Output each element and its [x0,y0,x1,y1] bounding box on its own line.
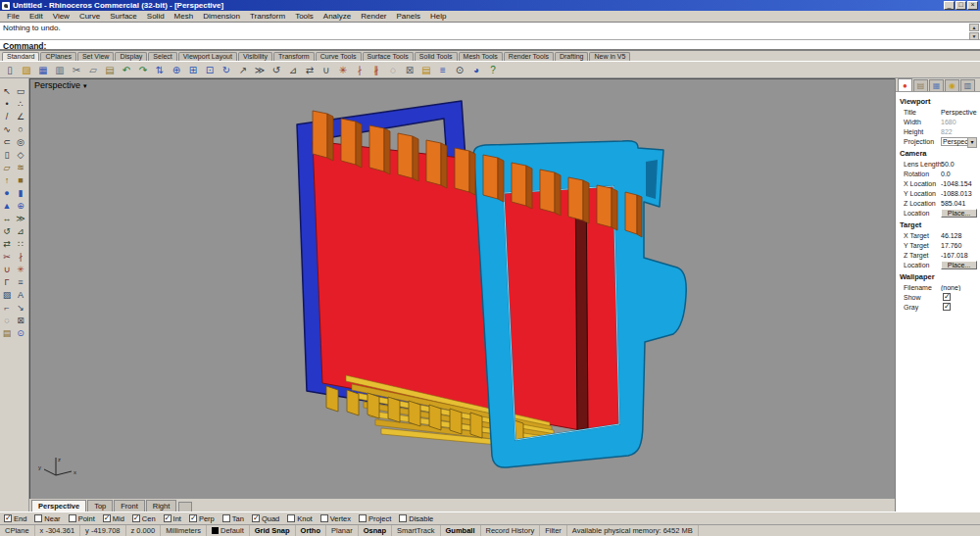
toolbar-tab[interactable]: Curve Tools [316,52,362,61]
osnap-toggle[interactable]: Point [69,514,95,523]
status-segment[interactable]: Osnap [359,525,392,536]
viewport-tab[interactable]: Right [146,500,177,512]
menu-item[interactable]: Surface [105,12,142,21]
property-value[interactable]: 50.0 [941,161,977,168]
print-icon[interactable]: ▥ [52,63,68,77]
close-button[interactable] [967,1,978,10]
osnap-checkbox[interactable] [69,514,76,522]
save-file-icon[interactable]: ▦ [35,63,51,77]
toolbar-tab[interactable]: CPlanes [40,52,75,61]
osnap-checkbox[interactable] [399,514,407,522]
tab-properties[interactable]: ● [898,78,912,91]
osnap-toggle[interactable]: Knot [287,514,312,523]
property-value[interactable]: Perspective [941,109,977,116]
osnap-checkbox[interactable] [103,514,111,522]
toolbar-tab[interactable]: New in V5 [589,52,630,61]
status-segment[interactable]: x -304.361 [35,525,80,536]
paste-icon[interactable]: ▤ [102,63,118,77]
status-segment[interactable]: SmartTrack [392,525,440,536]
menu-item[interactable]: Render [356,12,391,21]
property-value[interactable]: -1088.013 [941,190,977,197]
cut-icon[interactable]: ✂ [69,63,84,77]
property-value[interactable]: -1048.154 [941,180,977,187]
property-value[interactable]: 585.041 [941,200,977,207]
property-value[interactable]: 46.128 [941,232,977,239]
command-history[interactable]: Nothing to undo. [0,22,980,40]
property-value[interactable]: Perspect... [941,137,977,146]
status-segment[interactable]: Gumball [441,525,481,536]
osnap-toggle[interactable]: Cen [132,514,156,523]
viewport-tab[interactable]: Perspective [31,500,86,512]
status-segment[interactable]: Default [207,525,250,536]
property-value[interactable]: 0.0 [941,171,977,177]
toolbar-tab[interactable]: Standard [2,52,39,61]
tab-lights[interactable]: ◉ [945,79,959,91]
menu-item[interactable]: Dimension [198,12,245,21]
menu-item[interactable]: Tools [290,12,318,21]
toolbar-tab[interactable]: Visibility [238,52,272,61]
menu-item[interactable]: Curve [74,12,105,21]
array-icon[interactable]: ∷ [14,237,27,250]
explode-icon[interactable]: ✳ [14,263,27,275]
lock-icon[interactable]: ⊠ [402,63,417,77]
move-icon[interactable]: ↔ [0,212,14,224]
viewport-title[interactable]: Perspective [34,80,87,90]
toolbar-tab[interactable]: Render Tools [504,52,554,61]
cylinder-icon[interactable]: ▮ [14,186,27,199]
menu-item[interactable]: File [2,12,24,21]
hide-icon[interactable]: ◌ [385,63,401,77]
polygon-icon[interactable]: ◇ [14,148,27,161]
select-icon[interactable]: ↖ [0,84,14,97]
hide-object-icon[interactable]: ◌ [0,314,14,326]
boolean-union-icon[interactable]: ⊕ [14,199,27,212]
toolbar-tab[interactable]: Select [148,52,176,61]
minimize-button[interactable] [944,1,955,10]
split-icon[interactable]: ∦ [368,63,384,77]
zoom-window-icon[interactable]: ⊞ [185,63,201,77]
loft-icon[interactable]: ≋ [14,161,27,173]
viewport-tab[interactable]: Front [114,500,145,512]
curve-icon[interactable]: ∿ [0,122,14,135]
status-segment[interactable]: Available physical memory: 6452 MB [567,525,699,536]
join-icon[interactable]: ∪ [318,63,334,77]
rotate-view-icon[interactable]: ↻ [219,63,234,77]
move-icon[interactable]: ↗ [235,63,251,77]
copy-icon[interactable]: ▱ [85,63,101,77]
box-icon[interactable]: ■ [14,173,27,186]
leader-icon[interactable]: ↘ [14,301,27,314]
viewport-canvas[interactable]: z x y [30,79,896,500]
status-segment[interactable]: CPlane [0,525,35,536]
mirror-icon[interactable]: ⇄ [302,63,318,77]
mirror-icon[interactable]: ⇄ [0,237,14,250]
property-value[interactable]: (none) [941,284,977,291]
status-segment[interactable]: Grid Snap [250,525,296,536]
osnap-toggle[interactable]: Near [34,514,60,523]
fillet-icon[interactable]: Γ [0,275,14,288]
osnap-checkbox[interactable] [222,514,230,522]
toolbar-tab[interactable]: Mesh Tools [459,52,503,61]
toolbar-tab[interactable]: Display [115,52,147,61]
menu-item[interactable]: Analyze [318,12,356,21]
osnap-toggle[interactable]: Mid [103,514,124,523]
osnap-toggle[interactable]: Project [359,514,391,523]
osnap-checkbox[interactable] [34,514,42,522]
osnap-toggle[interactable]: Tan [222,514,244,523]
cone-icon[interactable]: ▲ [0,199,14,212]
menu-item[interactable]: Edit [24,12,48,21]
hatch-icon[interactable]: ▨ [0,288,14,301]
arc-icon[interactable]: ⊂ [0,135,14,148]
rectangle-icon[interactable]: ▯ [0,148,14,161]
property-checkbox[interactable] [943,303,951,311]
tab-layers[interactable]: ▤ [913,79,928,91]
layers-icon[interactable]: ▤ [418,63,434,77]
select-lasso-icon[interactable]: ▭ [14,84,27,97]
property-value[interactable]: 822 [941,128,977,135]
extrude-icon[interactable]: ↑ [0,173,14,186]
osnap-checkbox[interactable] [164,514,172,522]
lock-object-icon[interactable]: ⊠ [14,314,27,326]
render-icon[interactable]: ◕ [468,63,484,77]
status-segment[interactable]: z 0.000 [126,525,162,536]
status-segment[interactable]: Filter [540,525,567,536]
osnap-toggle[interactable]: Int [164,514,181,523]
scale-icon[interactable]: ⊿ [14,224,27,237]
